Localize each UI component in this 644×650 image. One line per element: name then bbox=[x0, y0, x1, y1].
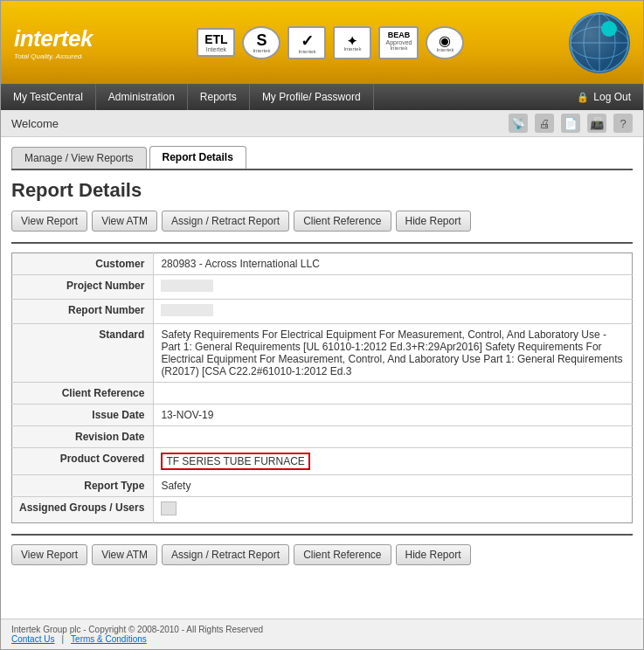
hide-report-button-bottom[interactable]: Hide Report bbox=[396, 544, 471, 565]
label-product-covered: Product Covered bbox=[12, 448, 154, 475]
cert-badges: ETL Intertek S Intertek ✓ Intertek ✦ Int… bbox=[93, 26, 569, 59]
teal-dot bbox=[601, 21, 617, 37]
label-standard: Standard bbox=[12, 324, 154, 383]
table-row: Assigned Groups / Users bbox=[12, 497, 633, 523]
footer-links: Contact Us | Terms & Conditions bbox=[11, 634, 633, 644]
hide-report-button-top[interactable]: Hide Report bbox=[396, 211, 471, 232]
logo-tagline: Total Quality. Assured. bbox=[14, 52, 93, 60]
table-row: Report Type Safety bbox=[12, 475, 633, 497]
footer-copyright: Intertek Group plc - Copyright © 2008-20… bbox=[11, 625, 633, 634]
cert-beab: BEAB Approved Intertek bbox=[378, 26, 419, 59]
tabs: Manage / View Reports Report Details bbox=[11, 146, 633, 169]
svg-point-0 bbox=[571, 14, 628, 72]
nav-reports[interactable]: Reports bbox=[188, 84, 250, 110]
view-atm-button-bottom[interactable]: View ATM bbox=[92, 544, 157, 565]
cert-circle: ◉ Intertek bbox=[426, 26, 464, 59]
nav-administration[interactable]: Administration bbox=[96, 84, 188, 110]
help-icon[interactable]: ? bbox=[613, 114, 633, 133]
top-toolbar: View Report View ATM Assign / Retract Re… bbox=[11, 211, 633, 232]
cert-star: ✦ Intertek bbox=[333, 26, 371, 59]
label-report-number: Report Number bbox=[12, 300, 154, 324]
logo-text: intertek bbox=[14, 25, 93, 52]
table-row: Client Reference bbox=[12, 383, 633, 405]
client-reference-button-bottom[interactable]: Client Reference bbox=[294, 544, 391, 565]
main-content: Manage / View Reports Report Details Rep… bbox=[1, 137, 643, 619]
label-customer: Customer bbox=[12, 253, 154, 275]
view-report-button-top[interactable]: View Report bbox=[11, 211, 87, 232]
detail-table: Customer 280983 - Across International L… bbox=[11, 252, 633, 523]
logout-button[interactable]: 🔒 Log Out bbox=[564, 84, 643, 110]
value-report-type: Safety bbox=[154, 475, 633, 497]
label-issue-date: Issue Date bbox=[12, 405, 154, 426]
welcome-toolbar: 📡 🖨 📄 📠 ? bbox=[509, 114, 633, 133]
contact-us-link[interactable]: Contact Us bbox=[11, 634, 54, 644]
value-report-number bbox=[154, 300, 633, 324]
table-row: Report Number bbox=[12, 300, 633, 324]
table-row: Product Covered TF SERIES TUBE FURNACE bbox=[12, 448, 633, 475]
value-client-reference bbox=[154, 383, 633, 405]
table-row: Issue Date 13-NOV-19 bbox=[12, 405, 633, 426]
label-report-type: Report Type bbox=[12, 475, 154, 497]
value-project-number bbox=[154, 275, 633, 300]
page-title: Report Details bbox=[11, 179, 633, 202]
view-atm-button-top[interactable]: View ATM bbox=[92, 211, 157, 232]
footer-separator: | bbox=[61, 634, 64, 644]
footer: Intertek Group plc - Copyright © 2008-20… bbox=[1, 619, 643, 649]
welcome-text: Welcome bbox=[11, 117, 59, 130]
assign-retract-button-top[interactable]: Assign / Retract Report bbox=[162, 211, 289, 232]
welcome-bar: Welcome 📡 🖨 📄 📠 ? bbox=[1, 110, 643, 137]
table-row: Standard Safety Requirements For Electri… bbox=[12, 324, 633, 383]
fax-icon[interactable]: 📠 bbox=[587, 114, 606, 133]
bottom-toolbar: View Report View ATM Assign / Retract Re… bbox=[11, 544, 633, 565]
label-project-number: Project Number bbox=[12, 275, 154, 300]
cert-check: ✓ Intertek bbox=[287, 26, 326, 59]
value-customer: 280983 - Across International LLC bbox=[154, 253, 633, 275]
value-standard: Safety Requirements For Electrical Equip… bbox=[154, 324, 633, 383]
label-client-reference: Client Reference bbox=[12, 383, 154, 405]
label-revision-date: Revision Date bbox=[12, 426, 154, 448]
lock-icon: 🔒 bbox=[577, 92, 589, 103]
client-reference-button-top[interactable]: Client Reference bbox=[294, 211, 391, 232]
logo: intertek Total Quality. Assured. bbox=[14, 25, 93, 60]
value-product-covered: TF SERIES TUBE FURNACE bbox=[154, 448, 633, 475]
label-assigned-groups: Assigned Groups / Users bbox=[12, 497, 154, 523]
tab-manage-view-reports[interactable]: Manage / View Reports bbox=[11, 147, 147, 169]
cert-etl: ETL Intertek bbox=[197, 28, 235, 57]
table-row: Revision Date bbox=[12, 426, 633, 448]
nav-mytestcentral[interactable]: My TestCentral bbox=[1, 84, 96, 110]
terms-link[interactable]: Terms & Conditions bbox=[71, 634, 147, 644]
view-report-button-bottom[interactable]: View Report bbox=[11, 544, 87, 565]
navbar: My TestCentral Administration Reports My… bbox=[1, 84, 643, 110]
table-row: Project Number bbox=[12, 275, 633, 300]
nav-myprofile[interactable]: My Profile/ Password bbox=[250, 84, 374, 110]
svg-point-5 bbox=[571, 14, 628, 72]
rss-icon[interactable]: 📡 bbox=[509, 114, 528, 133]
document-icon[interactable]: 📄 bbox=[561, 114, 580, 133]
assign-retract-button-bottom[interactable]: Assign / Retract Report bbox=[162, 544, 289, 565]
value-assigned-groups bbox=[154, 497, 633, 523]
cert-s: S Intertek bbox=[242, 26, 280, 59]
value-issue-date: 13-NOV-19 bbox=[154, 405, 633, 426]
product-covered-highlight: TF SERIES TUBE FURNACE bbox=[161, 453, 309, 470]
print-icon[interactable]: 🖨 bbox=[535, 114, 554, 133]
table-row: Customer 280983 - Across International L… bbox=[12, 253, 633, 275]
svg-point-2 bbox=[571, 27, 628, 59]
tab-report-details[interactable]: Report Details bbox=[149, 146, 246, 169]
globe-icon bbox=[569, 12, 630, 73]
value-revision-date bbox=[154, 426, 633, 448]
